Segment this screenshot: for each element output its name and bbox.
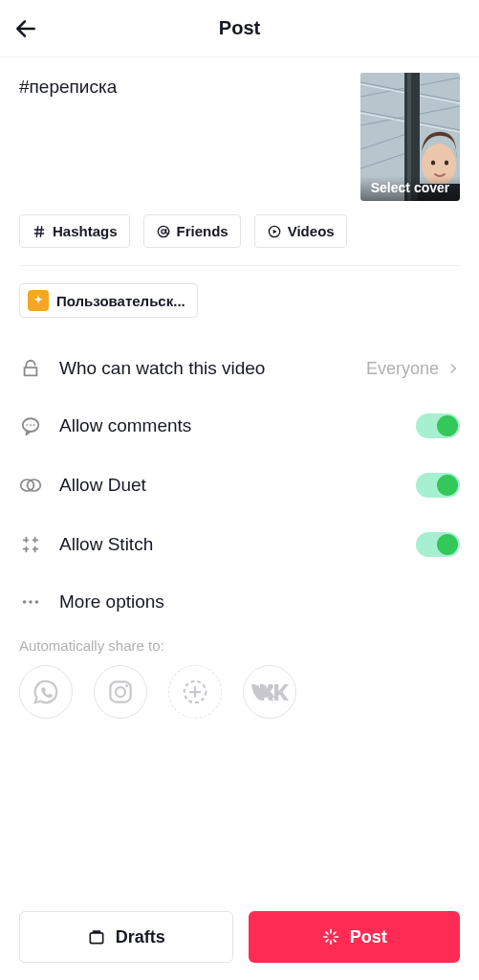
videos-chip[interactable]: Videos: [254, 214, 347, 248]
play-circle-icon: [267, 224, 282, 239]
svg-point-16: [158, 226, 168, 236]
drafts-button[interactable]: Drafts: [19, 911, 233, 963]
share-whatsapp[interactable]: [19, 665, 73, 719]
videos-chip-label: Videos: [288, 223, 335, 239]
allow-duet-toggle[interactable]: [416, 473, 460, 498]
svg-point-26: [33, 484, 35, 486]
friends-chip[interactable]: Friends: [143, 214, 241, 248]
svg-point-17: [161, 229, 164, 233]
caption-input[interactable]: #переписка: [19, 73, 345, 98]
tag-chip-row: Пользовательск...: [0, 266, 479, 335]
privacy-value: Everyone: [366, 359, 439, 379]
arrow-left-icon: [13, 16, 38, 41]
allow-duet-row: Allow Duet: [19, 456, 460, 515]
svg-point-22: [33, 424, 35, 426]
bottom-bar: Drafts Post: [0, 896, 479, 980]
svg-point-29: [35, 600, 39, 604]
custom-tag-label: Пользовательск...: [56, 293, 185, 309]
drafts-icon: [87, 927, 106, 947]
duet-icon: [19, 475, 42, 496]
at-icon: [156, 224, 171, 239]
allow-stitch-row: Allow Stitch: [19, 515, 460, 574]
chip-row: Hashtags Friends Videos: [0, 214, 479, 265]
settings-list: Who can watch this video Everyone Allow …: [0, 335, 479, 630]
share-instagram[interactable]: [94, 665, 147, 719]
svg-point-13: [431, 160, 435, 165]
page-title: Post: [219, 17, 260, 39]
share-add-story[interactable]: [168, 665, 222, 719]
drafts-label: Drafts: [116, 927, 165, 947]
svg-point-25: [27, 484, 29, 486]
svg-point-14: [445, 160, 448, 165]
whatsapp-icon: [32, 678, 60, 706]
hashtags-chip[interactable]: Hashtags: [19, 214, 130, 248]
svg-point-27: [23, 600, 27, 604]
share-vk[interactable]: vk: [243, 665, 296, 719]
caption-area: #переписка Select cover: [0, 57, 479, 214]
add-story-icon: [181, 678, 209, 706]
hash-icon: [32, 224, 47, 239]
allow-stitch-label: Allow Stitch: [59, 534, 416, 555]
lock-icon: [19, 358, 42, 379]
header-bar: Post: [0, 0, 479, 57]
more-options-label: More options: [59, 591, 460, 612]
cover-thumbnail[interactable]: Select cover: [360, 73, 460, 201]
allow-duet-label: Allow Duet: [59, 475, 416, 496]
allow-stitch-toggle[interactable]: [416, 532, 460, 557]
sparkle-outline-icon: [321, 927, 340, 947]
share-label: Automatically share to:: [0, 630, 479, 665]
svg-point-32: [125, 684, 128, 687]
post-label: Post: [350, 927, 387, 947]
allow-comments-toggle[interactable]: [416, 413, 460, 438]
sparkle-icon: [28, 290, 49, 311]
comment-icon: [19, 415, 42, 436]
more-icon: [19, 591, 42, 612]
more-options-row[interactable]: More options: [19, 574, 460, 630]
share-row: vk: [0, 665, 479, 719]
allow-comments-row: Allow comments: [19, 396, 460, 456]
allow-comments-label: Allow comments: [59, 415, 416, 436]
post-button[interactable]: Post: [249, 911, 461, 963]
svg-point-28: [29, 600, 33, 604]
chevron-right-icon: [446, 362, 460, 375]
friends-chip-label: Friends: [177, 223, 229, 239]
svg-point-21: [30, 424, 32, 426]
privacy-row[interactable]: Who can watch this video Everyone: [19, 341, 460, 396]
svg-rect-34: [90, 933, 102, 944]
svg-point-31: [116, 687, 125, 697]
select-cover-label: Select cover: [360, 176, 460, 201]
privacy-label: Who can watch this video: [59, 358, 366, 379]
instagram-icon: [106, 678, 135, 706]
svg-point-20: [26, 424, 28, 426]
back-button[interactable]: [13, 16, 38, 41]
stitch-icon: [19, 534, 42, 555]
hashtags-chip-label: Hashtags: [53, 223, 118, 239]
vk-text-icon: [249, 679, 291, 704]
custom-tag-chip[interactable]: Пользовательск...: [19, 283, 198, 318]
